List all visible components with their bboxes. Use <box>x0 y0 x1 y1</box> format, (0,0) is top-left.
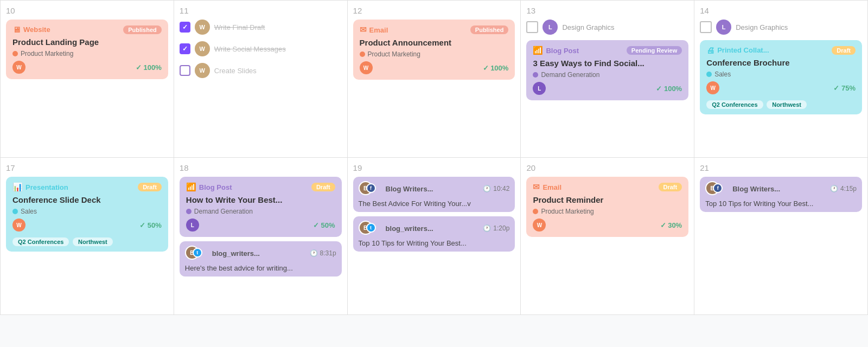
day-number-12: 12 <box>353 6 515 15</box>
progress-text: ✓ 75% <box>833 84 856 92</box>
checkbox-1[interactable] <box>180 22 190 33</box>
task-checkbox[interactable] <box>700 21 712 33</box>
progress-text: ✓ 30% <box>660 221 682 229</box>
card-email-1[interactable]: ✉ Email Published Product Announcement P… <box>353 20 515 80</box>
card-title: How to Write Your Best... <box>186 195 335 204</box>
card-title: Conference Slide Deck <box>12 195 162 204</box>
checklist-item-1[interactable]: W Write Final Draft <box>180 20 342 35</box>
day-13: 13 L Design Graphics 📶 Blog Post Pending… <box>521 1 694 158</box>
card-title: 3 Easy Ways to Find Social... <box>533 59 682 68</box>
progress-text: ✓ 100% <box>483 64 509 72</box>
day-number-18: 18 <box>180 163 342 172</box>
user-avatar: W <box>533 219 546 232</box>
social-time: 🕐 10:42 <box>483 185 509 192</box>
social-avatars: B t <box>185 246 209 261</box>
checklist-text-3: Create Slides <box>214 67 257 75</box>
checkbox-2[interactable] <box>180 43 190 54</box>
day-number-14: 14 <box>700 6 862 15</box>
day-11: 11 W Write Final Draft W Write Social Me… <box>174 1 348 158</box>
tag-northwest: Northwest <box>73 237 113 246</box>
card-type-label: Printed Collat... <box>717 46 769 54</box>
social-name: blog_writers... <box>212 249 260 258</box>
social-avatars: B f <box>359 181 382 196</box>
social-name: Blog Writers... <box>732 185 780 193</box>
draft-badge: Draft <box>311 183 335 191</box>
card-print-1[interactable]: 🖨 Printed Collat... Draft Conference Bro… <box>700 40 862 114</box>
twitter-icon: t <box>366 223 376 233</box>
draft-badge: Draft <box>659 183 682 191</box>
card-blog-2[interactable]: 📶 Blog Post Draft How to Write Your Best… <box>180 177 342 237</box>
user-avatar: L <box>533 82 546 95</box>
social-name: Blog Writers... <box>386 185 433 193</box>
social-card-1[interactable]: B t blog_writers... 🕐 8:31p Here's the b… <box>180 241 342 277</box>
checkbox-3[interactable] <box>180 65 190 76</box>
tag-q2: Q2 Conferences <box>12 237 69 246</box>
social-avatars: B t <box>359 221 382 236</box>
task-checkbox[interactable] <box>526 21 538 33</box>
card-title: Product Landing Page <box>12 37 162 47</box>
day-14: 14 L Design Graphics 🖨 Printed Collat...… <box>694 1 868 158</box>
card-type-label: Blog Post <box>199 183 232 191</box>
day-21: 21 B f Blog Writers... 🕐 4:15p Top 10 Ti… <box>694 158 868 315</box>
card-email-2[interactable]: ✉ Email Draft Product Reminder Product M… <box>526 177 688 237</box>
avatar-2: W <box>195 41 210 56</box>
day-number-20: 20 <box>526 163 688 172</box>
social-time: 🕐 8:31p <box>310 249 336 257</box>
card-type-label: Blog Post <box>546 47 579 55</box>
published-badge: Published <box>470 25 509 34</box>
card-blog-1[interactable]: 📶 Blog Post Pending Review 3 Easy Ways t… <box>526 40 688 100</box>
top-task-14[interactable]: L Design Graphics <box>700 20 862 35</box>
tag-northwest: Northwest <box>767 100 807 109</box>
category-label: Demand Generation <box>541 71 599 79</box>
presentation-icon: 📊 <box>12 182 23 192</box>
social-text: The Best Advice For Writing Your...v <box>359 200 510 208</box>
category-label: Sales <box>21 208 37 215</box>
facebook-icon: f <box>366 183 376 193</box>
day-number-13: 13 <box>526 6 688 15</box>
card-pres-1[interactable]: 📊 Presentation Draft Conference Slide De… <box>6 177 168 252</box>
category-label: Product Marketing <box>21 50 73 57</box>
avatar-1: W <box>195 20 210 35</box>
category-label: Product Marketing <box>541 208 593 215</box>
day-18: 18 📶 Blog Post Draft How to Write Your B… <box>174 158 348 315</box>
facebook-icon: f <box>713 183 723 193</box>
day-20: 20 ✉ Email Draft Product Reminder Produc… <box>521 158 694 315</box>
social-text: Top 10 Tips for Writing Your Best... <box>359 239 510 247</box>
user-avatar: W <box>12 61 25 74</box>
email-icon: ✉ <box>533 182 540 192</box>
social-card-4[interactable]: B f Blog Writers... 🕐 4:15p Top 10 Tips … <box>700 177 862 212</box>
category-label: Product Marketing <box>368 50 420 58</box>
clock-icon: 🕐 <box>483 185 491 192</box>
category-dot <box>12 209 18 214</box>
print-icon: 🖨 <box>706 46 714 55</box>
checklist-item-3[interactable]: W Create Slides <box>180 63 342 78</box>
social-text: Here's the best advice for writing... <box>185 264 336 272</box>
day-19: 19 B f Blog Writers... 🕐 10:42 The Best … <box>348 158 521 315</box>
checklist-item-2[interactable]: W Write Social Messages <box>180 41 342 56</box>
website-icon: 🖥 <box>12 25 21 34</box>
progress-text: ✓ 50% <box>139 221 162 229</box>
checklist-text-2: Write Social Messages <box>214 45 286 53</box>
task-label: Design Graphics <box>736 23 788 31</box>
avatar-3: W <box>195 63 210 78</box>
card-website-1[interactable]: 🖥 Website Published Product Landing Page… <box>6 20 168 79</box>
card-type-label: Email <box>369 26 388 34</box>
blog-icon: 📶 <box>533 46 543 55</box>
top-task-13[interactable]: L Design Graphics <box>526 20 688 35</box>
day-number-19: 19 <box>353 163 515 172</box>
social-text: Top 10 Tips for Writing Your Best... <box>705 200 857 208</box>
draft-badge: Draft <box>832 46 856 55</box>
category-dot <box>12 51 18 56</box>
day-number-11: 11 <box>180 6 342 15</box>
social-card-2[interactable]: B f Blog Writers... 🕐 10:42 The Best Adv… <box>353 177 515 212</box>
clock-icon: 🕐 <box>310 249 318 257</box>
tag-q2: Q2 Conferences <box>706 100 763 109</box>
social-card-3[interactable]: B t blog_writers... 🕐 1:20p Top 10 Tips … <box>353 216 515 252</box>
user-avatar: W <box>706 81 719 94</box>
checklist-text-1: Write Final Draft <box>214 23 265 31</box>
social-time: 🕐 4:15p <box>830 185 857 192</box>
twitter-icon: t <box>193 248 202 258</box>
draft-badge: Draft <box>138 183 162 191</box>
published-badge: Published <box>123 25 162 34</box>
card-title: Conference Brochure <box>706 58 856 67</box>
